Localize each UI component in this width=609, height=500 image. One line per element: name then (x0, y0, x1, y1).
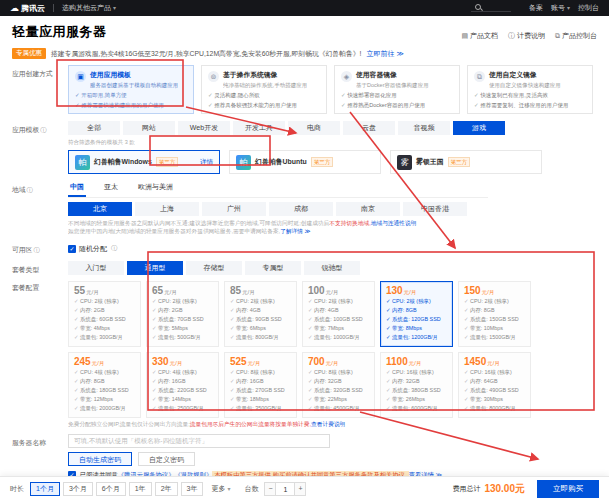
header-link[interactable]: ▤ 产品文档 (461, 31, 498, 41)
bundle-disk: 系统盘: 90GB SSD (230, 316, 285, 324)
info-icon[interactable]: ⓘ (111, 244, 117, 253)
bundle-price: 65元/月 (152, 285, 213, 296)
page-title: 轻量应用服务器 (12, 23, 107, 41)
header-link[interactable]: ⓘ 计费说明 (508, 31, 545, 41)
bundle-type-tab[interactable]: 专属型 (245, 261, 301, 275)
creation-method-desc: 基于Docker容器镜像构建应用 (356, 81, 429, 89)
bundle-type-tab[interactable]: 入门型 (68, 261, 124, 275)
region-area-tab[interactable]: 中国 (68, 181, 86, 197)
template-name: 幻兽帕鲁Windows (94, 157, 152, 167)
other-products-menu[interactable]: 选购其他云产品 (62, 3, 116, 13)
password-option[interactable]: 自定义密码 (138, 452, 195, 466)
template-category-tab[interactable]: 网站 (123, 121, 175, 135)
bundle-card[interactable]: 100元/月 CPU: 2核 (独享) 内存: 4GB 系统盘: 100GB S… (302, 281, 375, 347)
billing-doc-link[interactable]: 查看计费说明 (311, 421, 345, 427)
bundle-type-tab[interactable]: 锐驰型 (304, 261, 360, 275)
bundle-type-tab[interactable]: 通用型 (127, 261, 183, 275)
bundle-type-tab[interactable]: 存储型 (186, 261, 242, 275)
info-icon[interactable]: ⓘ (27, 186, 33, 195)
bundle-memory: 内存: 8GB (464, 307, 519, 315)
region-area-tab[interactable]: 欧洲与美洲 (136, 181, 175, 197)
buy-now-button[interactable]: 立即购买 (537, 480, 599, 498)
creation-method-label: 应用创建方式 (12, 65, 68, 114)
bundle-card[interactable]: 55元/月 CPU: 2核 (独享) 内存: 2GB 系统盘: 60GB SSD… (68, 281, 141, 347)
bundle-memory: 内存: 2GB (74, 307, 129, 315)
region-city-tab[interactable]: 上海 (135, 202, 199, 216)
bundle-bandwidth: 带宽: 7Mbps (308, 325, 363, 333)
bundle-card[interactable]: 1450元/月 CPU: 16核 (独享) 内存: 64GB 系统盘: 490G… (458, 352, 531, 418)
search-input[interactable] (471, 4, 511, 12)
bundle-card[interactable]: 1100元/月 CPU: 16核 (独享) 内存: 32GB 系统盘: 380G… (380, 352, 453, 418)
bundle-card[interactable]: 85元/月 CPU: 2核 (独享) 内存: 4GB 系统盘: 90GB SSD… (224, 281, 297, 347)
template-card[interactable]: 帕 幻兽帕鲁Windows 第三方 详情 (68, 150, 220, 174)
quantity-stepper: − 1 + (264, 482, 306, 496)
icp-learn-more-link[interactable]: 了解详情 ≫ (280, 229, 310, 235)
duration-option[interactable]: 2年 (155, 482, 178, 496)
creation-method-card[interactable]: ▣ 使用应用模板 服务器创建后基于模板自动构建应用 开箱即用,简单方便 推荐需要… (68, 65, 194, 114)
template-card[interactable]: 帕 幻兽帕鲁Ubuntu 第三方 (229, 150, 381, 174)
promo-link[interactable]: 立即前往 ≫ (366, 49, 403, 59)
region-city-tab[interactable]: 成都 (269, 202, 333, 216)
duration-option[interactable]: 1个月 (30, 482, 60, 496)
template-category-tab[interactable]: 音视频 (398, 121, 450, 135)
more-durations-dropdown[interactable]: 更多 (211, 484, 230, 494)
region-city-tab[interactable]: 中国香港 (403, 202, 467, 216)
bundle-card[interactable]: 150元/月 CPU: 2核 (独享) 内存: 8GB 系统盘: 150GB S… (458, 281, 531, 347)
duration-option[interactable]: 6个月 (96, 482, 126, 496)
header-link-icon: ⓘ (508, 31, 515, 41)
template-category-tab[interactable]: 电商 (288, 121, 340, 135)
bundle-bandwidth: 带宽: 4Mbps (74, 325, 129, 333)
duration-option[interactable]: 3年 (181, 482, 204, 496)
info-icon[interactable]: ⓘ (33, 246, 39, 255)
header-link[interactable]: ⧉ 产品控制台 (555, 31, 597, 41)
bundle-card[interactable]: 525元/月 CPU: 8核 (独享) 内存: 16GB 系统盘: 270GB … (224, 352, 297, 418)
account-menu[interactable]: 账号 (551, 3, 570, 13)
creation-method-card[interactable]: ⧉ 使用自定义镜像 使用自定义镜像快速构建应用 快速复制已有应用,灵活高效 推荐… (467, 65, 593, 114)
template-category-tab[interactable]: Web开发 (178, 121, 230, 135)
logo-text: 腾讯云 (21, 3, 45, 14)
creation-method-title: 基于操作系统镜像 (223, 70, 315, 80)
bundle-disk: 系统盘: 220GB SSD (152, 387, 207, 395)
template-detail-link[interactable]: 详情 (200, 158, 213, 167)
bundle-card[interactable]: 130元/月 CPU: 2核 (独享) 内存: 8GB 系统盘: 120GB S… (380, 281, 453, 347)
bundle-card[interactable]: 330元/月 CPU: 4核 (独享) 内存: 16GB 系统盘: 220GB … (146, 352, 219, 418)
bundle-bandwidth: 带宽: 10Mbps (464, 325, 519, 333)
creation-method-card[interactable]: ◈ 使用容器镜像 基于Docker容器镜像构建应用 快速部署容器化应用 推荐熟悉… (334, 65, 460, 114)
password-option[interactable]: 自动生成密码 (68, 452, 132, 466)
quantity-value[interactable]: 1 (276, 482, 294, 496)
region-connectivity-link[interactable]: 地域与连通性说明 (371, 220, 417, 226)
template-category-tab[interactable]: 游戏 (453, 121, 505, 135)
bundle-card[interactable]: 245元/月 CPU: 4核 (独享) 内存: 8GB 系统盘: 180GB S… (68, 352, 141, 418)
duration-option[interactable]: 1年 (129, 482, 152, 496)
random-zone-checkbox[interactable]: ✓ (68, 245, 76, 253)
quantity-minus-button[interactable]: − (264, 482, 276, 496)
console-link[interactable]: 控制台 (578, 3, 599, 13)
bundle-card[interactable]: 65元/月 CPU: 2核 (独享) 内存: 2GB 系统盘: 70GB SSD… (146, 281, 219, 347)
quantity-label: 台数 (244, 484, 258, 494)
template-card[interactable]: 雾 雾锁王国 第三方 (390, 150, 542, 174)
template-category-tab[interactable]: 全部 (68, 121, 120, 135)
template-category-tab[interactable]: 开发工具 (233, 121, 285, 135)
bundle-memory: 内存: 4GB (230, 307, 285, 315)
region-area-tab[interactable]: 亚太 (102, 181, 120, 197)
info-icon[interactable]: ⓘ (40, 126, 46, 135)
creation-method-desc: 使用自定义镜像快速构建应用 (489, 81, 561, 89)
duration-option[interactable]: 3个月 (63, 482, 93, 496)
bundle-card[interactable]: 700元/月 CPU: 8核 (独享) 内存: 32GB 系统盘: 320GB … (302, 352, 375, 418)
region-city-tab[interactable]: 广州 (202, 202, 266, 216)
region-city-tab[interactable]: 北京 (68, 202, 132, 216)
template-app-icon: 帕 (75, 155, 90, 170)
bundle-traffic: 流量包: 1000GB/月 (308, 334, 363, 342)
bundle-cpu: CPU: 8核 (独享) (230, 369, 285, 377)
beian-link[interactable]: 备案 (529, 3, 543, 13)
server-name-input[interactable] (68, 434, 330, 448)
divider (53, 4, 54, 12)
bundle-cpu: CPU: 16核 (独享) (386, 369, 441, 377)
creation-method-card[interactable]: ⊚ 基于操作系统镜像 纯净基础的操作系统,手动搭建应用 灵活构建,随心所欲 推荐… (201, 65, 327, 114)
quantity-plus-button[interactable]: + (294, 482, 306, 496)
header-link-label: 产品控制台 (562, 31, 597, 41)
region-city-tab[interactable]: 南京 (336, 202, 400, 216)
template-category-tab[interactable]: 云盘 (343, 121, 395, 135)
tencent-cloud-logo[interactable]: ☁ 腾讯云 (10, 3, 45, 14)
bundle-bandwidth: 带宽: 22Mbps (308, 396, 363, 404)
